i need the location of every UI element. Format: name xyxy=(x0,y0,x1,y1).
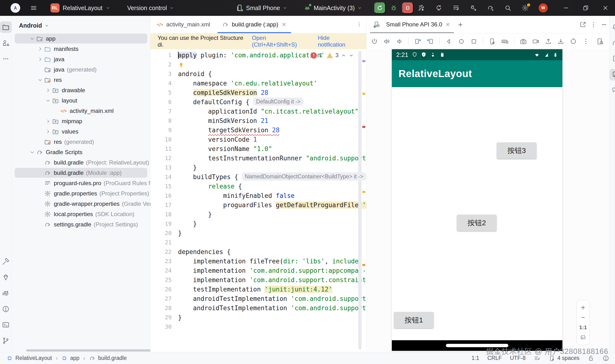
prev-problem-icon[interactable] xyxy=(341,53,346,58)
tree-item-drawable[interactable]: drawable xyxy=(12,85,150,95)
caret-position[interactable]: 1:1 xyxy=(472,355,479,361)
line-number[interactable]: 30 xyxy=(150,322,172,332)
emulator-screen[interactable]: 2:21 RelativeLayout 按钮3 xyxy=(392,49,562,351)
upload-icon[interactable] xyxy=(543,36,553,47)
line-number[interactable]: 1 xyxy=(150,51,172,60)
attach-debugger-icon[interactable] xyxy=(469,4,477,12)
line-number[interactable]: 7 xyxy=(150,107,172,116)
project-toolwindow-icon[interactable] xyxy=(0,21,12,33)
code-line-24[interactable]: 24 implementation 'com.android.support:a… xyxy=(150,266,366,275)
tab-build-gradle[interactable]: build.gradle (:app) xyxy=(216,16,293,33)
toolbar-more-icon[interactable] xyxy=(580,36,591,47)
gradle-toolwindow-icon[interactable] xyxy=(609,37,615,49)
search-everywhere-icon[interactable] xyxy=(504,4,512,12)
tree-item-values[interactable]: values xyxy=(12,126,150,137)
chevron-right-icon[interactable] xyxy=(44,128,52,135)
chevron-down-icon[interactable] xyxy=(36,76,44,84)
run-configuration[interactable]: MainActivity (3) xyxy=(303,4,362,12)
code-line-13[interactable]: 13 } xyxy=(150,163,366,172)
stripe-mark[interactable] xyxy=(362,191,365,193)
line-number[interactable]: 9 xyxy=(150,126,172,135)
more-toolwindows-icon[interactable] xyxy=(0,53,12,65)
code-line-16[interactable]: 16 minifyEnabled false xyxy=(150,191,366,200)
notifications-icon[interactable] xyxy=(609,21,615,33)
inspections-widget[interactable]: ! 1 3 xyxy=(311,52,354,59)
line-number[interactable]: 28 xyxy=(150,303,172,313)
line-number[interactable]: 27 xyxy=(150,294,172,303)
emulator-button-3[interactable]: 按钮3 xyxy=(497,142,536,159)
chevron-right-icon[interactable] xyxy=(44,86,52,94)
line-number[interactable]: 26 xyxy=(150,285,172,294)
code-line-21[interactable]: 21 xyxy=(150,238,366,247)
screen-inspect-icon[interactable] xyxy=(595,36,605,47)
tree-item-mipmap[interactable]: mipmap xyxy=(12,116,150,126)
problems-icon[interactable] xyxy=(0,303,12,315)
line-number[interactable]: 25 xyxy=(150,275,172,285)
chevron-right-icon[interactable] xyxy=(36,55,44,63)
tree-item-settings-gradle[interactable]: settings.gradle(Project Settings) xyxy=(12,219,150,230)
tab-activity-main-xml[interactable]: </> activity_main.xml xyxy=(150,16,216,33)
code-line-22[interactable]: 22dependencies { xyxy=(150,247,366,257)
line-number[interactable]: 5 xyxy=(150,88,172,97)
chevron-down-icon[interactable] xyxy=(282,6,287,10)
tree-item-gradle-wrapper-properties[interactable]: gradle-wrapper.properties(Gradle Version… xyxy=(12,199,150,209)
line-number[interactable]: 17 xyxy=(150,200,172,210)
horizontal-scrollbar[interactable] xyxy=(26,349,155,351)
tree-item-local-properties[interactable]: local.properties(SDK Location) xyxy=(12,209,150,219)
app-quality-insights-icon[interactable] xyxy=(0,272,12,283)
tree-item-java[interactable]: java(generated) xyxy=(12,64,150,75)
stop-button[interactable] xyxy=(402,2,414,14)
resource-manager-icon[interactable] xyxy=(0,37,12,49)
chevron-right-icon[interactable] xyxy=(36,45,44,53)
vcs-widget[interactable]: Version control xyxy=(127,5,174,12)
version-control-icon[interactable] xyxy=(0,335,12,347)
device-selector[interactable]: Small Phone xyxy=(246,5,280,12)
line-number[interactable]: 4 xyxy=(150,79,172,88)
line-number[interactable]: 18 xyxy=(150,210,172,219)
gradle-sync-icon[interactable] xyxy=(487,4,495,12)
code-line-18[interactable]: 18 } xyxy=(150,210,366,219)
code-line-2[interactable]: 2 xyxy=(150,60,366,69)
main-menu-icon[interactable] xyxy=(30,4,38,12)
next-problem-icon[interactable] xyxy=(348,53,354,58)
code-line-10[interactable]: 10 versionCode 1 xyxy=(150,135,366,144)
rotate-right-icon[interactable] xyxy=(413,36,423,47)
code-line-7[interactable]: 7 applicationId "cn.itcast.relativelayou… xyxy=(150,107,366,116)
code-line-19[interactable]: 19 } xyxy=(150,219,366,229)
tree-item-build-gradle[interactable]: build.gradle(Module :app) xyxy=(12,168,150,178)
breadcrumb-file[interactable]: build.gradle xyxy=(98,355,127,361)
code-line-9[interactable]: 9 targetSdkVersion 28 xyxy=(150,126,366,135)
code-line-25[interactable]: 25 implementation 'com.android.support.c… xyxy=(150,275,366,285)
code-line-17[interactable]: 17 proguardFiles getDefaultProguardFile(… xyxy=(150,200,366,210)
code-line-27[interactable]: 27 androidTestImplementation 'com.androi… xyxy=(150,294,366,303)
code-line-29[interactable]: 29} xyxy=(150,313,366,322)
record-screen-icon[interactable] xyxy=(530,36,541,47)
line-number[interactable]: 10 xyxy=(150,135,172,144)
open-project-structure-link[interactable]: Open (Ctrl+Alt+Shift+S) xyxy=(252,35,311,48)
chevron-down-icon[interactable] xyxy=(44,23,49,28)
line-number[interactable]: 8 xyxy=(150,116,172,126)
code-line-4[interactable]: 4 namespace 'cn.edu.relativelayout' xyxy=(150,79,366,88)
chevron-down-icon[interactable] xyxy=(44,97,52,104)
project-widget[interactable]: RL RelativeLayout xyxy=(51,3,110,13)
gemini-chat-icon[interactable] xyxy=(609,85,615,96)
tree-item-res[interactable]: res xyxy=(12,75,150,85)
line-number[interactable]: 3 xyxy=(150,69,172,79)
zoom-in-icon[interactable] xyxy=(580,304,586,311)
code-line-6[interactable]: 6 defaultConfig { DefaultConfig it -> xyxy=(150,97,366,107)
line-number[interactable]: 19 xyxy=(150,219,172,229)
device-settings-icon[interactable] xyxy=(487,36,497,47)
hide-notification-link[interactable]: Hide notification xyxy=(318,35,358,48)
code-line-30[interactable]: 30 xyxy=(150,322,366,332)
overview-icon[interactable] xyxy=(468,36,479,47)
device-tab[interactable]: Small Phone API 36.0 xyxy=(370,16,454,33)
code-line-3[interactable]: 3android { xyxy=(150,69,366,79)
terminal-icon[interactable] xyxy=(0,319,12,331)
line-number[interactable]: 24 xyxy=(150,266,172,275)
chevron-down-icon[interactable] xyxy=(28,35,36,42)
tree-item-app[interactable]: app xyxy=(12,33,150,44)
zoom-reset-button[interactable]: 1:1 xyxy=(579,324,587,331)
settings-icon[interactable] xyxy=(521,4,529,12)
device-manager-icon[interactable] xyxy=(609,53,615,65)
emulator-button-2[interactable]: 按钮2 xyxy=(457,215,496,231)
